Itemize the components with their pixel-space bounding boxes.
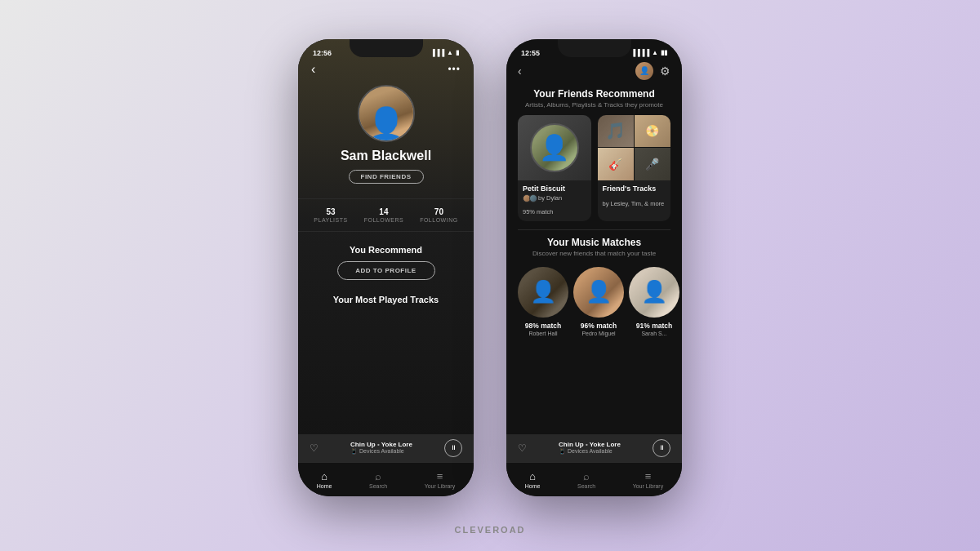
match-2-name: Pedro Miguel — [573, 331, 624, 336]
friends-tracks-info: Friend's Tracks by Lesley, Tim, & more — [598, 180, 671, 213]
matches-row: 👤 98% match Robert Hall 👤 96% match Pedr… — [506, 262, 682, 336]
music-matches-subtitle: Discover new friends that match your tas… — [518, 250, 670, 257]
left-back-button[interactable]: ‹ — [311, 62, 315, 77]
match-1[interactable]: 👤 98% match Robert Hall — [518, 267, 568, 336]
right-library-label: Your Library — [633, 483, 664, 489]
music-matches-header: Your Music Matches Discover new friends … — [506, 230, 682, 262]
right-player-bar[interactable]: ♡ Chin Up • Yoke Lore 📱 Devices Availabl… — [506, 434, 682, 462]
right-library-icon: ≡ — [645, 470, 652, 482]
match-2[interactable]: 👤 96% match Pedro Miguel — [573, 267, 624, 336]
match-avatar-2: 👤 — [573, 267, 624, 318]
following-count: 70 — [420, 207, 458, 216]
heart-icon[interactable]: ♡ — [310, 442, 318, 454]
left-phone: 12:56 ▐▐▐ ▲ ▮ ‹ ••• 👤 Sam Black — [298, 39, 474, 496]
right-home-label: Home — [525, 483, 541, 489]
right-back-button[interactable]: ‹ — [518, 64, 522, 78]
left-nav-home[interactable]: ⌂ Home — [317, 470, 332, 489]
friends-recommend-subtitle: Artists, Albums, Playlists & Tracks they… — [518, 101, 670, 109]
home-icon: ⌂ — [321, 470, 327, 482]
right-nav-search[interactable]: ⌕ Search — [577, 470, 595, 489]
left-top-nav: ‹ ••• — [298, 62, 474, 82]
left-phone-screen: 12:56 ▐▐▐ ▲ ▮ ‹ ••• 👤 Sam Black — [298, 39, 474, 496]
right-home-icon: ⌂ — [529, 470, 536, 482]
match-3-name: Sarah S... — [629, 331, 679, 336]
battery-icon: ▮ — [456, 49, 459, 56]
pause-button[interactable]: ⏸ — [444, 439, 462, 457]
petit-biscuit-info: Petit Biscuit by Dylan 95% match — [518, 180, 591, 221]
petit-biscuit-card[interactable]: 👤 Petit Biscuit by Dylan 95% match — [518, 115, 591, 221]
left-nav-search[interactable]: ⌕ Search — [369, 470, 387, 489]
track-thumb-1: 🎵 — [598, 115, 634, 148]
right-nav-library[interactable]: ≡ Your Library — [633, 470, 664, 489]
right-phone: 12:55 ▐▐▐▐ ▲ ▮▮ ‹ 👤 ⚙ Your Friends Recom… — [506, 39, 682, 496]
right-search-label: Search — [577, 483, 595, 489]
playlists-label: PLAYLISTS — [314, 217, 347, 223]
playlists-count: 53 — [314, 207, 347, 216]
right-search-icon: ⌕ — [583, 470, 590, 482]
right-phone-screen: 12:55 ▐▐▐▐ ▲ ▮▮ ‹ 👤 ⚙ Your Friends Recom… — [506, 39, 682, 496]
avatar: 👤 — [358, 85, 415, 142]
profile-section: 👤 Sam Blackwell FIND FRIENDS — [298, 82, 474, 193]
right-bottom-nav: ⌂ Home ⌕ Search ≡ Your Library — [506, 462, 682, 496]
match-3-percent: 91% match — [629, 322, 679, 330]
right-status-bar: 12:55 ▐▐▐▐ ▲ ▮▮ — [506, 39, 682, 62]
right-signal-icon: ▐▐▐▐ — [630, 49, 649, 56]
petit-biscuit-image: 👤 — [518, 115, 591, 180]
phones-container: 12:56 ▐▐▐ ▲ ▮ ‹ ••• 👤 Sam Black — [298, 39, 682, 496]
library-icon: ≡ — [437, 470, 443, 482]
friends-recommend-title: Your Friends Recommend — [518, 88, 670, 100]
match-avatar-3: 👤 — [629, 267, 679, 318]
artist-avatar: 👤 — [530, 123, 579, 172]
music-matches-title: Your Music Matches — [518, 237, 670, 248]
library-label: Your Library — [425, 483, 456, 489]
left-status-bar: 12:56 ▐▐▐ ▲ ▮ — [298, 39, 474, 62]
left-nav-library[interactable]: ≡ Your Library — [425, 470, 456, 489]
right-player-sub: 📱 Devices Available — [559, 448, 621, 455]
petit-biscuit-by: by Dylan — [523, 194, 586, 202]
playlists-stat: 53 PLAYLISTS — [314, 207, 347, 223]
user-name: Sam Blackwell — [341, 149, 431, 163]
followers-label: FOLLOWERS — [364, 217, 403, 223]
right-player-info: Chin Up • Yoke Lore 📱 Devices Available — [559, 441, 621, 455]
match-1-name: Robert Hall — [518, 331, 568, 336]
left-player-track: Chin Up • Yoke Lore — [350, 441, 412, 448]
by-icon-2 — [529, 194, 537, 202]
most-played-title: Your Most Played Tracks — [298, 288, 474, 311]
friends-recommend-header: Your Friends Recommend Artists, Albums, … — [506, 85, 682, 115]
brand-label: CLEVEROAD — [454, 525, 525, 535]
friends-tracks-title: Friend's Tracks — [603, 184, 666, 193]
right-nav-home[interactable]: ⌂ Home — [525, 470, 541, 489]
you-recommend-title: You Recommend — [298, 237, 474, 261]
settings-icon[interactable]: ⚙ — [660, 64, 670, 78]
following-stat: 70 FOLLOWING — [420, 207, 458, 223]
right-top-icons: 👤 ⚙ — [635, 62, 670, 80]
followers-count: 14 — [364, 207, 403, 216]
track-thumb-2: 📀 — [635, 115, 670, 148]
left-status-time: 12:56 — [313, 49, 332, 57]
signal-icon: ▐▐▐ — [430, 49, 444, 56]
right-pause-button[interactable]: ⏸ — [653, 439, 670, 457]
following-label: FOLLOWING — [420, 217, 458, 223]
add-to-profile-button[interactable]: ADD TO PROFILE — [337, 261, 435, 280]
search-icon: ⌕ — [375, 470, 381, 482]
stats-row: 53 PLAYLISTS 14 FOLLOWERS 70 FOLLOWING — [298, 198, 474, 232]
right-player-track: Chin Up • Yoke Lore — [559, 441, 621, 448]
right-status-time: 12:55 — [521, 49, 540, 57]
search-label: Search — [369, 483, 387, 489]
left-player-bar[interactable]: ♡ Chin Up • Yoke Lore 📱 Devices Availabl… — [298, 434, 474, 462]
left-more-button[interactable]: ••• — [448, 64, 461, 75]
wifi-icon: ▲ — [447, 49, 453, 56]
right-heart-icon[interactable]: ♡ — [518, 442, 527, 454]
right-avatar-small[interactable]: 👤 — [635, 62, 653, 80]
right-status-icons: ▐▐▐▐ ▲ ▮▮ — [630, 49, 667, 56]
petit-biscuit-match: 95% match — [523, 208, 554, 216]
track-thumb-4: 🎤 — [635, 148, 670, 180]
followers-stat: 14 FOLLOWERS — [364, 207, 403, 223]
friends-tracks-card[interactable]: 🎵 📀 🎸 🎤 Friend's Tracks by Lesley, Tim, … — [598, 115, 671, 221]
match-avatar-1: 👤 — [518, 267, 568, 318]
petit-biscuit-by-text: by Dylan — [538, 194, 562, 202]
match-3[interactable]: 👤 91% match Sarah S... — [629, 267, 679, 336]
left-bottom-nav: ⌂ Home ⌕ Search ≡ Your Library — [298, 462, 474, 496]
find-friends-button[interactable]: FIND FRIENDS — [349, 170, 424, 184]
left-status-icons: ▐▐▐ ▲ ▮ — [430, 49, 459, 56]
